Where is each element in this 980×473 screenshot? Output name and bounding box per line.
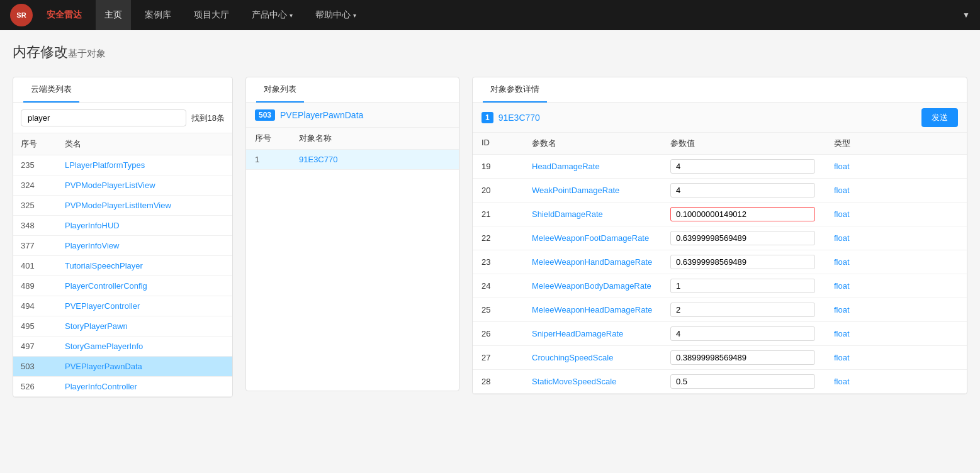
nav-projects[interactable]: 项目大厅 [185, 0, 238, 30]
list-item[interactable]: 401TutorialSpeechPlayer [13, 256, 232, 276]
help-arrow: ▾ [353, 12, 356, 19]
param-col-id: ID [482, 138, 532, 149]
list-item[interactable]: 494PVEPlayerController [13, 296, 232, 316]
right-obj-info: 1 91E3C770 [482, 112, 540, 123]
navbar-right[interactable]: ▼ [962, 11, 970, 19]
tab-object-list[interactable]: 对象列表 [256, 77, 304, 103]
list-item[interactable]: 489PlayerControllerConfig [13, 276, 232, 296]
param-name: CrouchingSpeedScale [532, 353, 670, 362]
right-panel-header: 1 91E3C770 发送 [473, 103, 967, 133]
navbar: SR 安全雷达 主页 案例库 项目大厅 产品中心 ▾ 帮助中心 ▾ ▼ [0, 0, 980, 30]
logo: SR [10, 4, 33, 26]
obj-row-id: 1 [255, 155, 299, 164]
search-input[interactable] [21, 109, 186, 126]
row-classname: StoryGamePlayerInfo [65, 342, 225, 351]
row-classname: StoryPlayerPawn [65, 321, 225, 331]
param-value-input[interactable] [670, 326, 815, 341]
param-value-cell [670, 374, 834, 389]
tab-cloud-class-list[interactable]: 云端类列表 [23, 77, 79, 103]
param-value-cell [670, 231, 834, 245]
param-value-input[interactable] [670, 350, 815, 365]
right-badge: 1 [482, 112, 493, 123]
param-type: float [834, 209, 897, 219]
param-value-input[interactable] [670, 183, 815, 198]
obj-col-name: 对象名称 [299, 133, 450, 144]
params-header: ID 参数名 参数值 类型 [473, 133, 967, 155]
list-header: 序号 类名 [13, 133, 232, 155]
nav-cases[interactable]: 案例库 [136, 0, 180, 30]
row-classname: TutorialSpeechPlayer [65, 261, 225, 270]
class-list-body: 235LPlayerPlatformTypes324PVPModePlayerL… [13, 155, 232, 397]
param-id: 22 [482, 233, 532, 243]
list-item[interactable]: 348PlayerInfoHUD [13, 216, 232, 236]
param-name: MeleeWeaponBodyDamageRate [532, 281, 670, 291]
row-num: 497 [21, 342, 65, 351]
row-classname: PVPModePlayerListItemView [65, 201, 225, 210]
row-num: 401 [21, 261, 65, 270]
param-row: 20 WeakPointDamageRate float [473, 179, 967, 203]
col-name-header: 类名 [65, 138, 225, 150]
row-num: 526 [21, 382, 65, 391]
obj-title: PVEPlayerPawnData [280, 110, 363, 120]
param-id: 25 [482, 305, 532, 314]
obj-list-header: 序号 对象名称 [246, 128, 459, 150]
param-type: float [834, 377, 897, 386]
param-value-input[interactable] [670, 279, 815, 293]
row-num: 377 [21, 241, 65, 250]
param-col-value: 参数值 [670, 138, 834, 149]
right-obj-id: 91E3C770 [498, 113, 540, 123]
param-col-type: 类型 [834, 138, 897, 149]
param-name: MeleeWeaponHandDamageRate [532, 257, 670, 267]
list-item[interactable]: 377PlayerInfoView [13, 236, 232, 256]
param-value-input[interactable] [670, 374, 815, 389]
param-value-cell [670, 326, 834, 341]
param-value-input[interactable] [670, 159, 815, 174]
param-value-input[interactable] [670, 231, 815, 245]
list-item[interactable]: 235LPlayerPlatformTypes [13, 155, 232, 175]
param-id: 21 [482, 209, 532, 219]
param-name: SniperHeadDamageRate [532, 329, 670, 338]
left-panel: 云端类列表 找到18条 序号 类名 235LPlayerPlatformType… [13, 77, 233, 398]
obj-list-item[interactable]: 191E3C770 [246, 150, 459, 170]
param-value-cell [670, 183, 834, 198]
param-row: 26 SniperHeadDamageRate float [473, 322, 967, 346]
param-value-input[interactable] [670, 303, 815, 317]
param-row: 19 HeadDamageRate float [473, 155, 967, 179]
row-classname: LPlayerPlatformTypes [65, 160, 225, 170]
list-item[interactable]: 495StoryPlayerPawn [13, 316, 232, 337]
row-classname: PlayerInfoView [65, 241, 225, 250]
left-panel-tab: 云端类列表 [13, 77, 232, 103]
param-value-input[interactable] [670, 207, 815, 221]
row-classname: PlayerInfoController [65, 382, 225, 391]
param-name: MeleeWeaponHeadDamageRate [532, 305, 670, 314]
nav-home[interactable]: 主页 [96, 0, 131, 30]
param-type: float [834, 281, 897, 291]
page-title: 内存修改基于对象 [13, 43, 967, 62]
row-num: 489 [21, 281, 65, 291]
param-value-cell [670, 159, 834, 174]
obj-list-body: 191E3C770 [246, 150, 459, 170]
nav-products[interactable]: 产品中心 ▾ [243, 0, 301, 30]
param-type: float [834, 353, 897, 362]
param-row: 24 MeleeWeaponBodyDamageRate float [473, 274, 967, 298]
param-value-cell [670, 255, 834, 269]
param-row: 21 ShieldDamageRate float [473, 203, 967, 226]
tab-obj-params[interactable]: 对象参数详情 [483, 77, 547, 103]
param-id: 23 [482, 257, 532, 267]
right-panel: 对象参数详情 1 91E3C770 发送 ID 参数名 参数值 类型 19 He… [472, 77, 967, 394]
send-button[interactable]: 发送 [921, 108, 958, 127]
param-value-input[interactable] [670, 255, 815, 269]
list-item[interactable]: 526PlayerInfoController [13, 377, 232, 397]
list-item[interactable]: 324PVPModePlayerListView [13, 175, 232, 196]
param-type: float [834, 233, 897, 243]
obj-header: 503 PVEPlayerPawnData [246, 103, 459, 128]
list-item[interactable]: 503PVEPlayerPawnData [13, 357, 232, 377]
param-id: 27 [482, 353, 532, 362]
list-item[interactable]: 497StoryGamePlayerInfo [13, 337, 232, 357]
params-body: 19 HeadDamageRate float 20 WeakPointDama… [473, 155, 967, 394]
list-item[interactable]: 325PVPModePlayerListItemView [13, 196, 232, 216]
obj-badge: 503 [255, 109, 275, 121]
nav-help[interactable]: 帮助中心 ▾ [307, 0, 365, 30]
param-name: StaticMoveSpeedScale [532, 377, 670, 386]
param-col-name: 参数名 [532, 138, 670, 149]
